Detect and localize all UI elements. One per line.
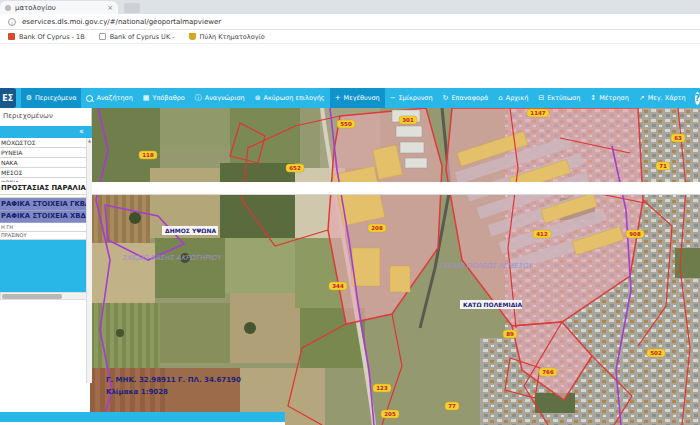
toolbar-buttons: ⚙ΠεριεχόμεναΑναζήτηση▦ΥπόβαθροⓘΑναγνώρισ… — [21, 88, 691, 108]
url-text[interactable]: eservices.dls.moi.gov.cy/#/national/geop… — [22, 18, 221, 26]
sidebar-horizontal-scrollbar[interactable]: ▸ — [0, 292, 92, 300]
municipality-label-1: ΔΗΜΟΣ ΥΨΩΝΑ — [165, 227, 216, 234]
parcel-tag-number: 502 — [650, 350, 662, 356]
zoom-out-icon: − — [390, 95, 396, 102]
bookmark-label: Πύλη Κτηματολογίο — [200, 33, 265, 41]
parcel-tag-number: 412 — [536, 231, 548, 237]
toolbar-button-Περιεχόμενα[interactable]: ⚙Περιεχόμενα — [21, 88, 82, 108]
bookmark-item[interactable]: Πύλη Κτηματολογίο — [189, 33, 265, 41]
toolbar-button-Αρχική[interactable]: ⌂Αρχική — [493, 88, 533, 108]
parcel-tag-number: 908 — [629, 231, 641, 237]
plan-label-1: ΣΧΕΔΙΟ ΒΑΣΗΣ ΑΚΡΩΤΗΡΙΟΥ — [122, 254, 222, 262]
bookmark-item[interactable]: Bank of Cyprus UK - — [99, 33, 175, 41]
page-info-icon[interactable]: i — [8, 18, 16, 26]
grid-icon: ▦ — [143, 95, 150, 102]
info-icon: ⓘ — [195, 95, 202, 102]
parcel-tag-number: 205 — [384, 411, 396, 417]
help-button[interactable]: ? — [695, 92, 700, 105]
parcel-tag-number: 77 — [448, 403, 456, 409]
tab-title: ματολογίου — [15, 4, 103, 12]
parcel-tag-number: 766 — [542, 369, 554, 375]
layer-row[interactable]: ΡΑΦΙΚΑ ΣΤΟΙΧΕΙΑ ΓΚΒΔ — [0, 198, 91, 211]
site-header: ΚΥΠΡΙΑΚΗ ΔΗΜΟΚΡΑΤΙΑ | ΥΠΟΥΡΓΕΙΟ ΕΣΩΤΕΡΙΚ… — [0, 44, 700, 88]
coordinates-readout: Γ. ΜΗΚ. 32.98911 Γ. ΠΛ. 34.67190 — [106, 376, 241, 384]
browser-tab[interactable]: ματολογίου × — [0, 1, 118, 14]
parcel-tag-number: 550 — [340, 121, 352, 127]
parcel-tag-number: 652 — [289, 165, 301, 171]
municipality-label-2: ΚΑΤΩ ΠΟΛΕΜΙΔΙΑ — [463, 301, 523, 308]
browser-tabstrip: ματολογίου × — [0, 0, 700, 14]
layer-list: ΡΧΙΕΣΜΟΧΩΣΤΟΣΡΥΝΕΙΑΝΑΚΑΜΕΣΟΣΚΩΣΙΑΦΟΣΜΟΙ/… — [0, 138, 92, 240]
toolbar-button-Σμίκρυνση[interactable]: −Σμίκρυνση — [385, 88, 438, 108]
toolbar-button-Ακύρωση επιλογής[interactable]: ⊗Ακύρωση επιλογής — [250, 88, 330, 108]
parcel-tag-number: 71 — [659, 163, 667, 169]
browser-urlbar[interactable]: i eservices.dls.moi.gov.cy/#/national/ge… — [0, 14, 700, 30]
contents-sidebar: Περιεχομένων « ΡΧΙΕΣΜΟΧΩΣΤΟΣΡΥΝΕΙΑΝΑΚΑΜΕ… — [0, 108, 92, 425]
tab-favicon — [5, 5, 11, 11]
map-toolbar: ΕΣ ⚙ΠεριεχόμεναΑναζήτηση▦ΥπόβαθροⓘΑναγνώ… — [0, 88, 700, 108]
layer-row[interactable]: ΜΟΧΩΣΤΟΣ — [0, 138, 91, 148]
zoom-in-icon: + — [335, 95, 341, 102]
toolbar-button-label: Υπόβαθρο — [152, 94, 184, 102]
parcel-tag-number: 208 — [371, 225, 383, 231]
toolbar-button-label: Αναγνώριση — [205, 94, 245, 102]
layer-row[interactable]: ΝΑΚΑ — [0, 158, 91, 168]
toolbar-button-Μεγ. Χάρτη[interactable]: ↗Μεγ. Χάρτη — [634, 88, 691, 108]
app-window: ματολογίου × i eservices.dls.moi.gov.cy/… — [0, 0, 700, 425]
toolbar-button-label: Εκτύπωση — [547, 94, 580, 102]
toolbar-button-label: Επαναφορά — [451, 94, 488, 102]
layer-row[interactable]: ΜΕΣΟΣ — [0, 168, 91, 178]
bookmark-label: Bank of Cyprus UK - — [110, 33, 175, 41]
parcel-tag-number: 1147 — [530, 110, 545, 116]
sidebar-vertical-scrollbar[interactable]: ▲ — [86, 138, 92, 383]
services-tab[interactable]: ΕΣ — [0, 88, 16, 108]
parcel-tag-number: 63 — [674, 135, 682, 141]
sidebar-collapse-bar[interactable]: « — [0, 126, 92, 138]
footer-bar — [0, 412, 285, 422]
hscroll-thumb[interactable] — [2, 294, 62, 299]
toolbar-button-Υπόβαθρο[interactable]: ▦Υπόβαθρο — [138, 88, 190, 108]
toolbar-button-label: Αρχική — [506, 94, 528, 102]
gear-icon: ⚙ — [26, 95, 32, 102]
toolbar-button-label: Μεγ. Χάρτη — [648, 94, 686, 102]
tab-close-icon[interactable]: × — [107, 4, 113, 12]
toolbar-button-Αναγνώριση[interactable]: ⓘΑναγνώριση — [190, 88, 250, 108]
plan-label-2: ΣΧΕΔΙΟ ΠΟΛΕΩΣ ΛΕΜΕΣΟΥ — [438, 262, 534, 270]
map-viewport[interactable]: 5503011147652208344412897661239087120577… — [90, 108, 700, 425]
sidebar-empty-area — [0, 240, 92, 292]
toolbar-button-Αναζήτηση[interactable]: Αναζήτηση — [81, 88, 137, 108]
reset-icon: ↻ — [443, 95, 449, 102]
layer-row[interactable]: ΡΥΝΕΙΑ — [0, 148, 91, 158]
measure-icon: ↕ — [590, 95, 596, 102]
sidebar-title: Περιεχομένων — [0, 108, 92, 126]
layer-row[interactable]: ΠΡΑΣΙΝΟΥ — [0, 232, 91, 241]
parcel-tag-number: 118 — [142, 152, 154, 158]
print-icon: ⊟ — [538, 95, 544, 102]
new-tab-button[interactable] — [124, 3, 140, 13]
collapse-icon[interactable]: « — [79, 127, 84, 136]
toolbar-button-Μεγέθυνση[interactable]: +Μεγέθυνση — [330, 88, 385, 108]
toolbar-button-label: Ακύρωση επιλογής — [264, 94, 325, 102]
bank-red-favicon-icon — [8, 33, 15, 40]
bookmark-item[interactable]: Bank Of Cyprus - 1Β — [8, 33, 85, 41]
cancel-selection-icon: ⊗ — [255, 95, 261, 102]
search-icon — [86, 95, 93, 102]
toolbar-button-label: Σμίκρυνση — [399, 94, 433, 102]
scale-readout: Κλίμακα 1:9028 — [106, 388, 168, 396]
shield-gold-favicon-icon — [189, 33, 196, 40]
layer-row[interactable]: ΡΑΦΙΚΑ ΣΤΟΙΧΕΙΑ ΧΒΔ — [0, 211, 91, 224]
toolbar-button-Μέτρηση[interactable]: ↕Μέτρηση — [585, 88, 633, 108]
parcel-tag-number: 301 — [402, 117, 414, 123]
doc-favicon-icon — [99, 33, 106, 40]
toolbar-button-Επαναφορά[interactable]: ↻Επαναφορά — [438, 88, 494, 108]
bookmarks-bar: Bank Of Cyprus - 1ΒBank of Cyprus UK -Πύ… — [0, 30, 700, 44]
layer-row[interactable]: Η ΓΗ — [0, 223, 91, 232]
scroll-up-icon[interactable]: ▲ — [87, 138, 92, 143]
map-canvas[interactable]: 5503011147652208344412897661239087120577… — [90, 108, 700, 425]
bookmark-label: Bank Of Cyprus - 1Β — [19, 33, 85, 41]
toolbar-button-label: Περιεχόμενα — [35, 94, 77, 102]
toolbar-button-Εκτύπωση[interactable]: ⊟Εκτύπωση — [533, 88, 585, 108]
toolbar-button-label: Μεγέθυνση — [344, 94, 380, 102]
parcel-tag-number: 89 — [506, 331, 514, 337]
layer-row[interactable]: ΠΡΟΣΤΑΣΙΑΣ ΠΑΡΑΛΙΑΣ — [0, 182, 700, 195]
